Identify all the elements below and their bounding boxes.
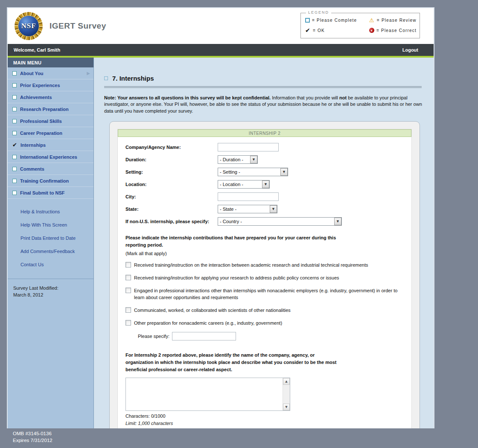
checkbox-icon — [12, 167, 17, 171]
chevron-down-icon[interactable]: ▼ — [250, 156, 257, 163]
please-specify-label: Please specify: — [138, 334, 169, 339]
country-label: If non-U.S. internship, please specify: — [125, 219, 218, 224]
city-label: City: — [125, 194, 218, 199]
nsf-logo-text: NSF — [21, 22, 36, 30]
welcome-bar: Welcome, Carl Smith Logout — [8, 44, 434, 56]
duration-label: Duration: — [125, 157, 218, 162]
sidebar-link-add-comments[interactable]: Add Comments/Feedback — [8, 246, 93, 256]
app-title: IGERT Survey — [50, 21, 106, 31]
chevron-down-icon[interactable]: ▼ — [270, 205, 277, 213]
checkbox-icon[interactable] — [125, 262, 131, 268]
sidebar-item-comments[interactable]: Comments — [8, 163, 93, 175]
sidebar: MAIN MENU About You ▶ Prior Experiences … — [8, 58, 94, 428]
legend-item-complete: = Please Complete — [305, 18, 369, 23]
sidebar-links: Help & Instructions Help With This Scree… — [8, 199, 93, 279]
title-divider — [104, 86, 422, 88]
description-textarea[interactable] — [126, 378, 283, 410]
company-label: Company/Agency Name: — [125, 145, 218, 150]
please-specify-input[interactable] — [172, 332, 236, 340]
please-specify-row: Please specify: — [138, 332, 404, 340]
legend-label: = Please Correct — [376, 28, 417, 33]
sidebar-link-help-instructions[interactable]: Help & Instructions — [8, 207, 93, 217]
footer-omb: OMB #3145-0136 — [13, 430, 52, 437]
page-container: NSF IGERT Survey LEGEND = Please Complet… — [7, 7, 434, 428]
chevron-down-icon[interactable]: ▼ — [280, 168, 288, 176]
sidebar-item-about-you[interactable]: About You ▶ — [8, 67, 93, 79]
contributions-question: Please indicate the internship contribut… — [125, 234, 343, 249]
legend-grid: = Please Complete ⚠ = Please Review ✔ = … — [305, 15, 415, 35]
character-count: Characters: 0/1000 — [125, 413, 404, 419]
checkbox-icon — [12, 107, 17, 111]
checkbox-icon — [12, 83, 17, 87]
internship-panel: INTERNSHIP 2 Company/Agency Name: Durati… — [109, 121, 420, 428]
scroll-up-icon[interactable]: ▲ — [283, 378, 290, 385]
city-input[interactable] — [218, 192, 279, 201]
checkbox-icon — [12, 95, 17, 99]
country-select[interactable]: - Country - ▼ — [218, 217, 342, 226]
checkbox-icon — [12, 179, 17, 183]
legend-title: LEGEND — [306, 10, 331, 15]
legend-box: LEGEND = Please Complete ⚠ = Please Revi… — [300, 13, 420, 38]
sidebar-item-achievements[interactable]: Achievements — [8, 91, 93, 103]
checkbox-icon — [12, 131, 17, 135]
sidebar-item-professional-skills[interactable]: Professional Skills — [8, 115, 93, 127]
sidebar-item-research-preparation[interactable]: Research Preparation — [8, 103, 93, 115]
checkbox-icon — [12, 191, 17, 195]
sidebar-item-training-confirmation[interactable]: Training Confirmation — [8, 175, 93, 187]
location-label: Location: — [125, 182, 218, 187]
nsf-logo: NSF — [15, 12, 43, 40]
sidebar-item-internships[interactable]: ✔ Internships — [8, 139, 93, 151]
sidebar-link-help-screen[interactable]: Help With This Screen — [8, 220, 93, 230]
state-select[interactable]: - State - ▼ — [218, 205, 277, 213]
contribution-option: Received training/instruction on the int… — [125, 262, 404, 269]
legend-label: = Please Complete — [312, 18, 357, 23]
checkbox-icon — [12, 71, 17, 76]
welcome-text: Welcome, Carl Smith — [14, 47, 60, 52]
sidebar-item-prior-experiences[interactable]: Prior Experiences — [8, 79, 93, 91]
contribution-option: Communicated, worked, or collaborated wi… — [125, 307, 404, 314]
setting-select[interactable]: - Setting - ▼ — [218, 168, 288, 176]
warning-icon: ⚠ — [369, 17, 375, 23]
description-textarea-wrap: ▲ ▼ — [125, 378, 290, 411]
survey-last-modified: Survey Last Modified: March 8, 2012 — [8, 279, 93, 299]
sidebar-link-print-data[interactable]: Print Data Entered to Date — [8, 233, 93, 243]
contribution-option: Engaged in professional interactions oth… — [125, 288, 404, 301]
chevron-right-icon: ▶ — [87, 71, 90, 76]
legend-item-review: ⚠ = Please Review — [369, 17, 417, 23]
footer-expires: Expires 7/31/2012 — [13, 437, 52, 444]
location-select[interactable]: - Location - ▼ — [218, 180, 270, 189]
legend-item-correct: x = Please Correct — [369, 28, 417, 33]
checkbox-icon[interactable] — [125, 307, 131, 313]
sidebar-item-career-preparation[interactable]: Career Preparation — [8, 127, 93, 139]
checkbox-icon — [12, 155, 17, 159]
state-label: State: — [125, 207, 218, 212]
main-content: 7. Internships Note: Your answers to all… — [94, 58, 434, 428]
description-prompt: For Internship 2 reported above, please … — [125, 352, 342, 373]
legend-label: = Please Review — [377, 18, 417, 23]
confidentiality-note: Note: Your answers to all questions in t… — [104, 95, 426, 114]
footer: OMB #3145-0136 Expires 7/31/2012 — [13, 430, 52, 444]
textarea-scrollbar[interactable]: ▲ ▼ — [283, 378, 290, 410]
checkbox-icon[interactable] — [125, 275, 131, 280]
scroll-down-icon[interactable]: ▼ — [283, 404, 290, 410]
checkbox-icon[interactable] — [125, 320, 131, 326]
logout-link[interactable]: Logout — [402, 47, 418, 52]
nsf-logo-globe: NSF — [18, 15, 39, 37]
internship-formbox: INTERNSHIP 2 Company/Agency Name: Durati… — [117, 129, 412, 428]
checkmark-icon: ✔ — [12, 142, 17, 148]
contribution-option: Other preparation for nonacademic career… — [125, 320, 404, 327]
chevron-down-icon[interactable]: ▼ — [262, 180, 269, 188]
chevron-down-icon[interactable]: ▼ — [334, 218, 341, 225]
checkbox-icon[interactable] — [125, 288, 131, 293]
header: NSF IGERT Survey LEGEND = Please Complet… — [8, 8, 434, 44]
company-input[interactable] — [218, 143, 279, 151]
sidebar-item-final-submit[interactable]: Final Submit to NSF — [8, 187, 93, 199]
setting-label: Setting: — [125, 169, 218, 175]
sidebar-item-international-experiences[interactable]: International Experiences — [8, 151, 93, 163]
contribution-option: Received training/instruction for applyi… — [125, 275, 404, 282]
checkbox-icon — [12, 119, 17, 123]
duration-select[interactable]: - Duration - ▼ — [218, 155, 258, 164]
character-limit-note: Limit: 1,000 characters — [125, 421, 404, 426]
sidebar-link-contact-us[interactable]: Contact Us — [8, 259, 93, 270]
section-title-row: 7. Internships — [104, 75, 422, 82]
